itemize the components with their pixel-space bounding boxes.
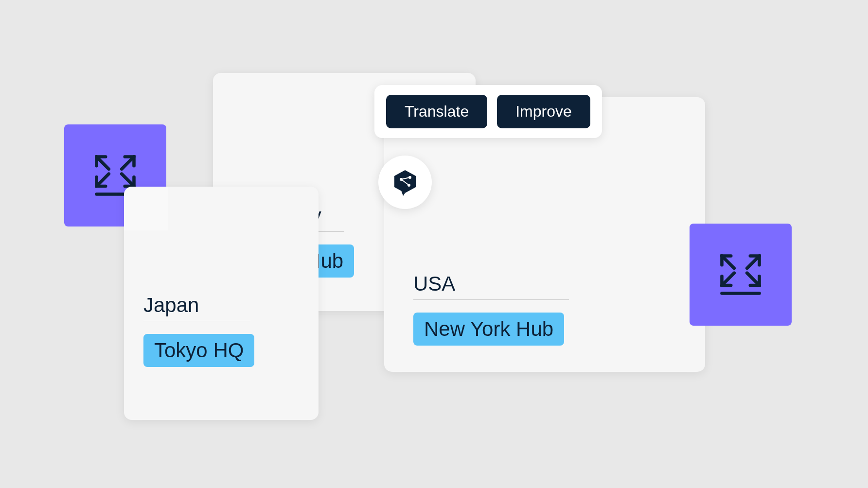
hub-tag[interactable]: Tokyo HQ — [143, 334, 254, 367]
svg-marker-5 — [394, 170, 416, 193]
svg-line-0 — [97, 157, 109, 169]
card-overlap-highlight — [124, 187, 168, 230]
ai-toolbar: Translate Improve — [374, 85, 602, 138]
expand-decoration-right — [690, 224, 792, 326]
svg-line-1 — [122, 157, 134, 169]
svg-line-15 — [747, 273, 759, 285]
svg-line-14 — [722, 273, 734, 285]
hex-speech-icon — [390, 168, 420, 197]
svg-line-3 — [122, 174, 134, 186]
translate-button[interactable]: Translate — [386, 95, 487, 128]
improve-button[interactable]: Improve — [497, 95, 590, 128]
translate-bubble[interactable] — [378, 156, 432, 209]
svg-line-2 — [97, 174, 109, 186]
expand-icon — [714, 248, 767, 301]
country-label: Japan — [143, 294, 250, 321]
hub-tag[interactable]: New York Hub — [413, 313, 564, 346]
location-card-usa: USA New York Hub — [384, 97, 705, 372]
canvas: Germany Berlin Hub Japan Tokyo HQ USA Ne… — [0, 0, 868, 488]
country-label: USA — [413, 272, 569, 300]
svg-line-13 — [747, 256, 759, 268]
svg-line-12 — [722, 256, 734, 268]
